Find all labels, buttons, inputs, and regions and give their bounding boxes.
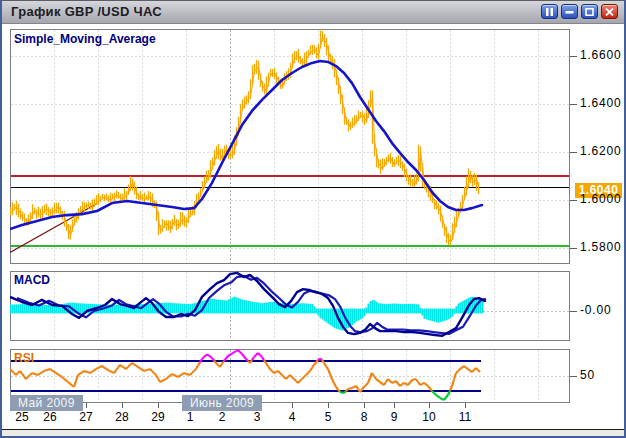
minimize-icon[interactable]	[561, 4, 578, 19]
x-axis-day-label: 28	[115, 410, 128, 424]
price-axis-label: 1.6400	[580, 96, 622, 110]
macd-axis-label: -0.00	[580, 303, 611, 317]
rsi-label: RSI	[14, 351, 34, 365]
x-axis-day-label: 2	[219, 410, 226, 424]
x-axis-day-label: 3	[254, 410, 261, 424]
main-price-chart-panel[interactable]	[10, 29, 570, 264]
macd-panel[interactable]	[10, 271, 570, 341]
title-bar[interactable]: График GBP /USD ЧАС	[2, 1, 624, 24]
x-axis-day-label: 25	[15, 410, 28, 424]
window-buttons	[541, 4, 618, 19]
x-axis-day-label: 11	[459, 410, 471, 424]
maximize-icon[interactable]	[581, 4, 598, 19]
x-axis-day-label: 8	[361, 410, 368, 424]
x-axis-day-label: 10	[422, 410, 435, 424]
macd-label: MACD	[14, 273, 50, 287]
x-axis-day-label: 5	[325, 410, 332, 424]
price-axis-label: 1.6600	[580, 48, 622, 62]
price-axis-label: 1.6000	[580, 192, 622, 206]
x-axis-day-label: 27	[79, 410, 92, 424]
close-icon[interactable]	[601, 4, 618, 19]
x-axis-day-label: 26	[43, 410, 56, 424]
sma-indicator-label: Simple_Moving_Average	[14, 32, 156, 46]
pause-icon[interactable]	[541, 4, 558, 19]
rsi-panel[interactable]	[10, 349, 570, 403]
price-axis-label: 1.5800	[580, 240, 622, 254]
x-axis-day-label: 4	[289, 410, 296, 424]
price-axis-label: 1.6200	[580, 144, 622, 158]
rsi-axis-label: 50	[580, 368, 595, 382]
x-axis-day-label: 9	[391, 410, 398, 424]
x-axis-day-label: 29	[151, 410, 164, 424]
window-title: График GBP /USD ЧАС	[11, 4, 162, 19]
chart-window: График GBP /USD ЧАС Simple_Moving_Averag…	[0, 0, 626, 438]
x-axis-day-label: 1	[187, 410, 194, 424]
current-price-badge: 1.6040	[575, 183, 622, 198]
bottom-scroll-strip[interactable]	[2, 430, 624, 436]
